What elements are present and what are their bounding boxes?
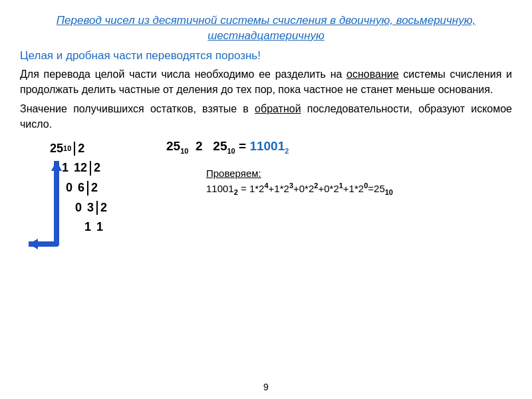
div-row-2: 0 6 2 xyxy=(59,178,153,198)
svg-marker-1 xyxy=(29,239,38,249)
slide-title: Перевод чисел из десятичной системы счис… xyxy=(20,13,512,44)
div-row-3: 0 3 2 xyxy=(68,198,153,218)
paragraph-1: Для перевода целой части числа необходим… xyxy=(20,66,512,97)
check-area: Проверяем: 110012 = 1*24+1*23+0*22+0*21+… xyxy=(206,168,393,196)
osnov-underline: основание xyxy=(346,68,399,80)
slide: Перевод чисел из десятичной системы счис… xyxy=(0,0,532,399)
page-number: 9 xyxy=(263,382,269,392)
check-title: Проверяем: xyxy=(206,168,393,179)
computation-area: 2510 2 1 12 2 0 6 xyxy=(20,139,512,237)
div-row-0: 2510 2 xyxy=(50,139,153,159)
check-formula: 110012 = 1*24+1*23+0*22+0*21+1*20=2510 xyxy=(206,182,393,196)
slide-subtitle: Целая и дробная части переводятся порозн… xyxy=(20,49,512,63)
division-table: 2510 2 1 12 2 0 6 xyxy=(20,139,153,237)
result-line: 2510 2 2510 = 110012 xyxy=(166,139,393,155)
result-area: 2510 2 2510 = 110012 Проверяем: 110012 =… xyxy=(166,139,393,237)
obr-underline: обратной xyxy=(255,103,301,114)
paragraph-2: Значение получившихся остатков, взятые в… xyxy=(20,101,512,132)
div-row-4: 1 1 xyxy=(78,217,153,237)
div-row-1: 1 12 2 xyxy=(50,158,153,178)
